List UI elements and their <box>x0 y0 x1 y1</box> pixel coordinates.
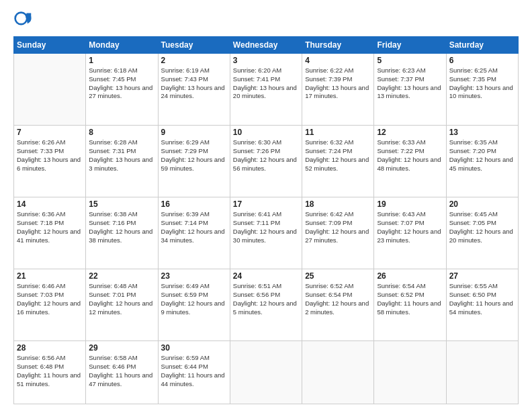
calendar-cell: 26Sunrise: 6:54 AMSunset: 6:52 PMDayligh… <box>374 269 446 341</box>
day-number: 14 <box>17 199 83 209</box>
day-info: Sunrise: 6:33 AMSunset: 7:22 PMDaylight:… <box>377 138 443 173</box>
day-info: Sunrise: 6:54 AMSunset: 6:52 PMDaylight:… <box>377 282 443 316</box>
day-number: 20 <box>449 199 515 209</box>
weekday-header-row: SundayMondayTuesdayWednesdayThursdayFrid… <box>14 37 519 54</box>
day-number: 15 <box>89 199 154 209</box>
calendar-cell: 25Sunrise: 6:52 AMSunset: 6:54 PMDayligh… <box>302 269 374 341</box>
calendar-cell: 15Sunrise: 6:38 AMSunset: 7:16 PMDayligh… <box>86 197 158 269</box>
day-number: 27 <box>449 271 515 281</box>
day-number: 30 <box>161 343 227 353</box>
day-number: 26 <box>377 271 443 281</box>
calendar-cell: 14Sunrise: 6:36 AMSunset: 7:18 PMDayligh… <box>14 197 86 269</box>
weekday-header: Thursday <box>302 37 374 54</box>
calendar-table: SundayMondayTuesdayWednesdayThursdayFrid… <box>13 36 519 404</box>
day-info: Sunrise: 6:38 AMSunset: 7:16 PMDaylight:… <box>89 210 154 244</box>
day-info: Sunrise: 6:56 AMSunset: 6:48 PMDaylight:… <box>17 354 83 388</box>
day-info: Sunrise: 6:35 AMSunset: 7:20 PMDaylight:… <box>449 138 515 173</box>
day-number: 8 <box>89 128 154 137</box>
calendar-cell: 9Sunrise: 6:29 AMSunset: 7:29 PMDaylight… <box>158 126 230 197</box>
day-number: 3 <box>233 56 299 65</box>
calendar-cell <box>230 341 302 404</box>
calendar-cell: 17Sunrise: 6:41 AMSunset: 7:11 PMDayligh… <box>230 197 302 269</box>
calendar-cell: 8Sunrise: 6:28 AMSunset: 7:31 PMDaylight… <box>86 126 158 197</box>
day-info: Sunrise: 6:41 AMSunset: 7:11 PMDaylight:… <box>233 210 299 244</box>
calendar-week-row: 28Sunrise: 6:56 AMSunset: 6:48 PMDayligh… <box>14 341 519 404</box>
weekday-header: Tuesday <box>158 37 230 54</box>
calendar-week-row: 14Sunrise: 6:36 AMSunset: 7:18 PMDayligh… <box>14 197 519 269</box>
day-info: Sunrise: 6:28 AMSunset: 7:31 PMDaylight:… <box>89 138 154 173</box>
calendar-cell <box>374 341 446 404</box>
calendar-cell: 11Sunrise: 6:32 AMSunset: 7:24 PMDayligh… <box>302 126 374 197</box>
day-info: Sunrise: 6:52 AMSunset: 6:54 PMDaylight:… <box>305 282 371 316</box>
calendar-cell: 24Sunrise: 6:51 AMSunset: 6:56 PMDayligh… <box>230 269 302 341</box>
day-info: Sunrise: 6:26 AMSunset: 7:33 PMDaylight:… <box>17 138 83 173</box>
day-number: 19 <box>377 199 443 209</box>
day-number: 2 <box>161 56 227 65</box>
day-number: 21 <box>17 271 83 281</box>
day-info: Sunrise: 6:32 AMSunset: 7:24 PMDaylight:… <box>305 138 371 173</box>
day-info: Sunrise: 6:19 AMSunset: 7:43 PMDaylight:… <box>161 66 227 101</box>
day-number: 1 <box>89 56 154 65</box>
day-info: Sunrise: 6:46 AMSunset: 7:03 PMDaylight:… <box>17 282 83 316</box>
calendar-cell <box>14 54 86 126</box>
day-number: 29 <box>89 343 154 353</box>
day-info: Sunrise: 6:45 AMSunset: 7:05 PMDaylight:… <box>449 210 515 244</box>
weekday-header: Friday <box>374 37 446 54</box>
day-number: 25 <box>305 271 371 281</box>
calendar-cell: 20Sunrise: 6:45 AMSunset: 7:05 PMDayligh… <box>446 197 518 269</box>
day-info: Sunrise: 6:59 AMSunset: 6:44 PMDaylight:… <box>161 354 227 388</box>
day-number: 6 <box>449 56 515 65</box>
calendar-cell: 10Sunrise: 6:30 AMSunset: 7:26 PMDayligh… <box>230 126 302 197</box>
weekday-header: Sunday <box>14 37 86 54</box>
logo <box>13 11 35 30</box>
calendar-cell: 22Sunrise: 6:48 AMSunset: 7:01 PMDayligh… <box>86 269 158 341</box>
day-info: Sunrise: 6:36 AMSunset: 7:18 PMDaylight:… <box>17 210 83 244</box>
calendar-week-row: 1Sunrise: 6:18 AMSunset: 7:45 PMDaylight… <box>14 54 519 126</box>
day-number: 18 <box>305 199 371 209</box>
day-number: 13 <box>449 128 515 137</box>
day-info: Sunrise: 6:42 AMSunset: 7:09 PMDaylight:… <box>305 210 371 244</box>
calendar-cell: 21Sunrise: 6:46 AMSunset: 7:03 PMDayligh… <box>14 269 86 341</box>
day-number: 17 <box>233 199 299 209</box>
calendar-cell <box>446 341 518 404</box>
calendar-week-row: 7Sunrise: 6:26 AMSunset: 7:33 PMDaylight… <box>14 126 519 197</box>
day-number: 11 <box>305 128 371 137</box>
day-number: 12 <box>377 128 443 137</box>
calendar-cell: 19Sunrise: 6:43 AMSunset: 7:07 PMDayligh… <box>374 197 446 269</box>
calendar-cell: 5Sunrise: 6:23 AMSunset: 7:37 PMDaylight… <box>374 54 446 126</box>
day-number: 9 <box>161 128 227 137</box>
logo-icon <box>13 11 32 30</box>
day-number: 10 <box>233 128 299 137</box>
calendar-cell: 28Sunrise: 6:56 AMSunset: 6:48 PMDayligh… <box>14 341 86 404</box>
day-info: Sunrise: 6:30 AMSunset: 7:26 PMDaylight:… <box>233 138 299 173</box>
day-info: Sunrise: 6:55 AMSunset: 6:50 PMDaylight:… <box>449 282 515 316</box>
day-info: Sunrise: 6:51 AMSunset: 6:56 PMDaylight:… <box>233 282 299 316</box>
weekday-header: Saturday <box>446 37 518 54</box>
day-info: Sunrise: 6:43 AMSunset: 7:07 PMDaylight:… <box>377 210 443 244</box>
calendar-cell: 23Sunrise: 6:49 AMSunset: 6:59 PMDayligh… <box>158 269 230 341</box>
weekday-header: Wednesday <box>230 37 302 54</box>
calendar-week-row: 21Sunrise: 6:46 AMSunset: 7:03 PMDayligh… <box>14 269 519 341</box>
calendar-cell: 29Sunrise: 6:58 AMSunset: 6:46 PMDayligh… <box>86 341 158 404</box>
day-info: Sunrise: 6:29 AMSunset: 7:29 PMDaylight:… <box>161 138 227 173</box>
day-number: 22 <box>89 271 154 281</box>
calendar-page: SundayMondayTuesdayWednesdayThursdayFrid… <box>0 0 532 411</box>
day-number: 24 <box>233 271 299 281</box>
day-info: Sunrise: 6:22 AMSunset: 7:39 PMDaylight:… <box>305 66 371 101</box>
calendar-cell: 12Sunrise: 6:33 AMSunset: 7:22 PMDayligh… <box>374 126 446 197</box>
day-info: Sunrise: 6:20 AMSunset: 7:41 PMDaylight:… <box>233 66 299 101</box>
calendar-cell: 3Sunrise: 6:20 AMSunset: 7:41 PMDaylight… <box>230 54 302 126</box>
calendar-cell <box>302 341 374 404</box>
day-number: 4 <box>305 56 371 65</box>
day-info: Sunrise: 6:48 AMSunset: 7:01 PMDaylight:… <box>89 282 154 316</box>
day-number: 28 <box>17 343 83 353</box>
day-info: Sunrise: 6:18 AMSunset: 7:45 PMDaylight:… <box>89 66 154 101</box>
calendar-cell: 27Sunrise: 6:55 AMSunset: 6:50 PMDayligh… <box>446 269 518 341</box>
day-info: Sunrise: 6:25 AMSunset: 7:35 PMDaylight:… <box>449 66 515 101</box>
calendar-cell: 13Sunrise: 6:35 AMSunset: 7:20 PMDayligh… <box>446 126 518 197</box>
day-info: Sunrise: 6:23 AMSunset: 7:37 PMDaylight:… <box>377 66 443 101</box>
weekday-header: Monday <box>86 37 158 54</box>
day-number: 16 <box>161 199 227 209</box>
day-number: 5 <box>377 56 443 65</box>
calendar-cell: 7Sunrise: 6:26 AMSunset: 7:33 PMDaylight… <box>14 126 86 197</box>
